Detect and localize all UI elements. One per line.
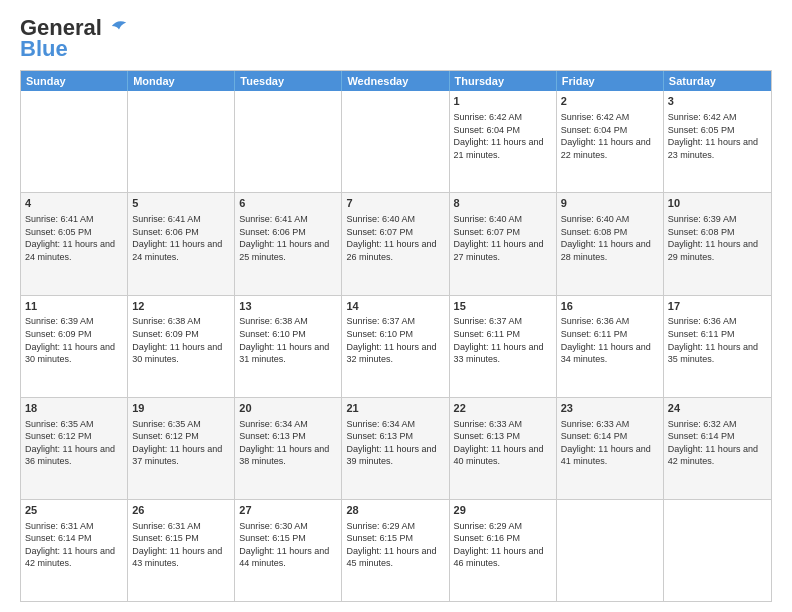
cell-info: Sunrise: 6:42 AM Sunset: 6:04 PM Dayligh…	[454, 111, 552, 161]
calendar-cell: 6Sunrise: 6:41 AM Sunset: 6:06 PM Daylig…	[235, 193, 342, 294]
cell-info: Sunrise: 6:37 AM Sunset: 6:11 PM Dayligh…	[454, 315, 552, 365]
calendar-row-0: 1Sunrise: 6:42 AM Sunset: 6:04 PM Daylig…	[21, 91, 771, 192]
day-number: 4	[25, 196, 123, 211]
cell-info: Sunrise: 6:29 AM Sunset: 6:16 PM Dayligh…	[454, 520, 552, 570]
cell-info: Sunrise: 6:33 AM Sunset: 6:14 PM Dayligh…	[561, 418, 659, 468]
cell-info: Sunrise: 6:39 AM Sunset: 6:08 PM Dayligh…	[668, 213, 767, 263]
cell-info: Sunrise: 6:40 AM Sunset: 6:07 PM Dayligh…	[346, 213, 444, 263]
day-number: 1	[454, 94, 552, 109]
header-day-wednesday: Wednesday	[342, 71, 449, 91]
calendar-cell: 26Sunrise: 6:31 AM Sunset: 6:15 PM Dayli…	[128, 500, 235, 601]
header: General Blue	[20, 16, 772, 62]
calendar-cell: 9Sunrise: 6:40 AM Sunset: 6:08 PM Daylig…	[557, 193, 664, 294]
day-number: 24	[668, 401, 767, 416]
calendar-cell: 28Sunrise: 6:29 AM Sunset: 6:15 PM Dayli…	[342, 500, 449, 601]
cell-info: Sunrise: 6:37 AM Sunset: 6:10 PM Dayligh…	[346, 315, 444, 365]
cell-info: Sunrise: 6:30 AM Sunset: 6:15 PM Dayligh…	[239, 520, 337, 570]
header-day-sunday: Sunday	[21, 71, 128, 91]
calendar-cell: 2Sunrise: 6:42 AM Sunset: 6:04 PM Daylig…	[557, 91, 664, 192]
calendar-cell: 12Sunrise: 6:38 AM Sunset: 6:09 PM Dayli…	[128, 296, 235, 397]
calendar-row-1: 4Sunrise: 6:41 AM Sunset: 6:05 PM Daylig…	[21, 192, 771, 294]
calendar-cell: 16Sunrise: 6:36 AM Sunset: 6:11 PM Dayli…	[557, 296, 664, 397]
day-number: 8	[454, 196, 552, 211]
day-number: 18	[25, 401, 123, 416]
calendar-cell: 23Sunrise: 6:33 AM Sunset: 6:14 PM Dayli…	[557, 398, 664, 499]
calendar-cell: 13Sunrise: 6:38 AM Sunset: 6:10 PM Dayli…	[235, 296, 342, 397]
cell-info: Sunrise: 6:40 AM Sunset: 6:08 PM Dayligh…	[561, 213, 659, 263]
calendar-cell: 3Sunrise: 6:42 AM Sunset: 6:05 PM Daylig…	[664, 91, 771, 192]
page: General Blue SundayMondayTuesdayWednesda…	[0, 0, 792, 612]
day-number: 13	[239, 299, 337, 314]
cell-info: Sunrise: 6:38 AM Sunset: 6:09 PM Dayligh…	[132, 315, 230, 365]
day-number: 29	[454, 503, 552, 518]
calendar-cell: 20Sunrise: 6:34 AM Sunset: 6:13 PM Dayli…	[235, 398, 342, 499]
day-number: 17	[668, 299, 767, 314]
cell-info: Sunrise: 6:32 AM Sunset: 6:14 PM Dayligh…	[668, 418, 767, 468]
day-number: 6	[239, 196, 337, 211]
day-number: 14	[346, 299, 444, 314]
day-number: 2	[561, 94, 659, 109]
day-number: 16	[561, 299, 659, 314]
day-number: 25	[25, 503, 123, 518]
cell-info: Sunrise: 6:35 AM Sunset: 6:12 PM Dayligh…	[132, 418, 230, 468]
cell-info: Sunrise: 6:29 AM Sunset: 6:15 PM Dayligh…	[346, 520, 444, 570]
cell-info: Sunrise: 6:41 AM Sunset: 6:05 PM Dayligh…	[25, 213, 123, 263]
calendar-cell: 5Sunrise: 6:41 AM Sunset: 6:06 PM Daylig…	[128, 193, 235, 294]
day-number: 12	[132, 299, 230, 314]
calendar-cell: 19Sunrise: 6:35 AM Sunset: 6:12 PM Dayli…	[128, 398, 235, 499]
day-number: 15	[454, 299, 552, 314]
header-day-tuesday: Tuesday	[235, 71, 342, 91]
calendar-cell: 18Sunrise: 6:35 AM Sunset: 6:12 PM Dayli…	[21, 398, 128, 499]
calendar-body: 1Sunrise: 6:42 AM Sunset: 6:04 PM Daylig…	[21, 91, 771, 601]
calendar-cell: 11Sunrise: 6:39 AM Sunset: 6:09 PM Dayli…	[21, 296, 128, 397]
calendar-row-2: 11Sunrise: 6:39 AM Sunset: 6:09 PM Dayli…	[21, 295, 771, 397]
header-day-thursday: Thursday	[450, 71, 557, 91]
calendar-cell	[557, 500, 664, 601]
cell-info: Sunrise: 6:40 AM Sunset: 6:07 PM Dayligh…	[454, 213, 552, 263]
day-number: 10	[668, 196, 767, 211]
header-day-friday: Friday	[557, 71, 664, 91]
calendar-header: SundayMondayTuesdayWednesdayThursdayFrid…	[21, 71, 771, 91]
day-number: 19	[132, 401, 230, 416]
calendar: SundayMondayTuesdayWednesdayThursdayFrid…	[20, 70, 772, 602]
calendar-row-3: 18Sunrise: 6:35 AM Sunset: 6:12 PM Dayli…	[21, 397, 771, 499]
calendar-cell: 8Sunrise: 6:40 AM Sunset: 6:07 PM Daylig…	[450, 193, 557, 294]
day-number: 7	[346, 196, 444, 211]
day-number: 26	[132, 503, 230, 518]
calendar-cell	[235, 91, 342, 192]
cell-info: Sunrise: 6:39 AM Sunset: 6:09 PM Dayligh…	[25, 315, 123, 365]
cell-info: Sunrise: 6:33 AM Sunset: 6:13 PM Dayligh…	[454, 418, 552, 468]
logo: General Blue	[20, 16, 128, 62]
cell-info: Sunrise: 6:31 AM Sunset: 6:14 PM Dayligh…	[25, 520, 123, 570]
day-number: 23	[561, 401, 659, 416]
cell-info: Sunrise: 6:36 AM Sunset: 6:11 PM Dayligh…	[668, 315, 767, 365]
day-number: 28	[346, 503, 444, 518]
cell-info: Sunrise: 6:41 AM Sunset: 6:06 PM Dayligh…	[239, 213, 337, 263]
calendar-cell: 4Sunrise: 6:41 AM Sunset: 6:05 PM Daylig…	[21, 193, 128, 294]
calendar-cell: 14Sunrise: 6:37 AM Sunset: 6:10 PM Dayli…	[342, 296, 449, 397]
calendar-cell	[21, 91, 128, 192]
calendar-cell: 10Sunrise: 6:39 AM Sunset: 6:08 PM Dayli…	[664, 193, 771, 294]
calendar-row-4: 25Sunrise: 6:31 AM Sunset: 6:14 PM Dayli…	[21, 499, 771, 601]
day-number: 27	[239, 503, 337, 518]
calendar-cell: 29Sunrise: 6:29 AM Sunset: 6:16 PM Dayli…	[450, 500, 557, 601]
day-number: 11	[25, 299, 123, 314]
calendar-cell: 1Sunrise: 6:42 AM Sunset: 6:04 PM Daylig…	[450, 91, 557, 192]
cell-info: Sunrise: 6:41 AM Sunset: 6:06 PM Dayligh…	[132, 213, 230, 263]
day-number: 3	[668, 94, 767, 109]
calendar-cell: 7Sunrise: 6:40 AM Sunset: 6:07 PM Daylig…	[342, 193, 449, 294]
cell-info: Sunrise: 6:38 AM Sunset: 6:10 PM Dayligh…	[239, 315, 337, 365]
cell-info: Sunrise: 6:36 AM Sunset: 6:11 PM Dayligh…	[561, 315, 659, 365]
day-number: 20	[239, 401, 337, 416]
day-number: 9	[561, 196, 659, 211]
calendar-cell	[342, 91, 449, 192]
cell-info: Sunrise: 6:42 AM Sunset: 6:05 PM Dayligh…	[668, 111, 767, 161]
header-day-saturday: Saturday	[664, 71, 771, 91]
calendar-cell: 17Sunrise: 6:36 AM Sunset: 6:11 PM Dayli…	[664, 296, 771, 397]
day-number: 5	[132, 196, 230, 211]
calendar-cell: 15Sunrise: 6:37 AM Sunset: 6:11 PM Dayli…	[450, 296, 557, 397]
cell-info: Sunrise: 6:35 AM Sunset: 6:12 PM Dayligh…	[25, 418, 123, 468]
calendar-cell: 25Sunrise: 6:31 AM Sunset: 6:14 PM Dayli…	[21, 500, 128, 601]
calendar-cell	[128, 91, 235, 192]
calendar-cell: 24Sunrise: 6:32 AM Sunset: 6:14 PM Dayli…	[664, 398, 771, 499]
